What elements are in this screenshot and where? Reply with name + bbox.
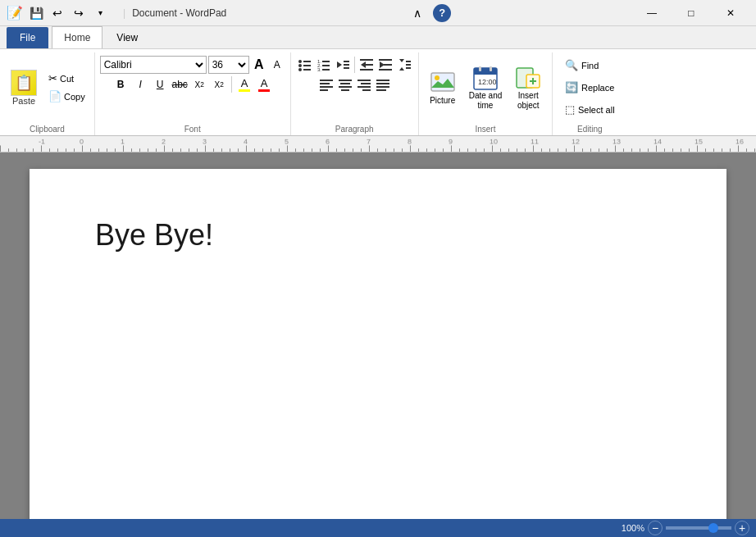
font-family-row: Calibri Arial Times New Roman 36 8101214… (100, 56, 285, 74)
datetime-button[interactable]: 12:00 Date andtime (463, 61, 508, 115)
svg-rect-5 (303, 69, 311, 71)
insert-object-label: Insertobject (517, 91, 540, 111)
align-justify-button[interactable] (374, 75, 392, 93)
redo-button[interactable]: ↪ (69, 3, 89, 23)
window-controls: — □ ✕ (633, 0, 749, 26)
picture-button[interactable]: Picture (424, 66, 462, 109)
title-bar: 📝 💾 ↩ ↪ ▾ | Document - WordPad ∧ ? — □ ✕ (0, 0, 756, 26)
underline-button[interactable]: U (151, 75, 169, 93)
para-separator1 (354, 57, 355, 73)
picture-icon (430, 70, 456, 96)
replace-button[interactable]: 🔄 Replace (559, 78, 621, 97)
svg-rect-33 (339, 80, 352, 81)
font-size-select[interactable]: 36 81012141618244872 (208, 56, 249, 74)
status-bar: 100% − + (0, 519, 756, 537)
font-shrink-button[interactable]: A (269, 57, 285, 73)
minimize-button[interactable]: — (633, 0, 671, 26)
tab-file[interactable]: File (7, 27, 48, 48)
copy-icon: 📄 (48, 90, 61, 102)
help-button[interactable]: ? (433, 4, 451, 22)
font-color-button[interactable]: A (255, 75, 273, 93)
svg-rect-21 (379, 59, 392, 61)
font-separator (231, 76, 232, 93)
svg-rect-17 (360, 59, 373, 61)
document-page[interactable]: Bye Bye! (30, 169, 726, 519)
cut-icon: ✂ (48, 72, 57, 84)
line-spacing-button[interactable] (395, 56, 413, 74)
tab-home[interactable]: Home (52, 26, 102, 48)
ribbon-group-insert: Picture 12:00 Date andtime (419, 52, 553, 135)
insert-object-button[interactable]: Insertobject (509, 61, 547, 115)
collapse-ribbon-button[interactable]: ∧ (408, 4, 426, 22)
font-group-label: Font (95, 125, 290, 134)
list-indent-button[interactable] (334, 56, 352, 74)
find-button[interactable]: 🔍 Find (559, 56, 621, 75)
svg-marker-12 (337, 61, 342, 68)
font-grow-button[interactable]: A (251, 57, 267, 73)
svg-rect-28 (406, 67, 411, 69)
svg-rect-26 (406, 61, 411, 62)
highlight-color-button[interactable]: A (235, 75, 253, 93)
svg-rect-9 (322, 65, 330, 66)
svg-rect-44 (376, 89, 386, 91)
svg-rect-19 (360, 69, 373, 71)
undo-button[interactable]: ↩ (48, 3, 67, 23)
save-button[interactable]: 💾 (26, 3, 46, 23)
svg-rect-14 (344, 64, 349, 66)
svg-rect-36 (341, 89, 349, 91)
indent-less-button[interactable] (358, 56, 376, 74)
copy-button[interactable]: 📄 Copy (44, 88, 89, 105)
svg-point-0 (298, 60, 302, 63)
cut-button[interactable]: ✂ Cut (44, 70, 89, 87)
tab-view[interactable]: View (104, 26, 150, 48)
indent-more-button[interactable] (376, 56, 394, 74)
ribbon-group-clipboard: 📋 Paste ✂ Cut 📄 Copy Clipboard (0, 52, 95, 135)
subscript-button[interactable]: X2 (190, 75, 208, 93)
datetime-label: Date andtime (469, 91, 503, 111)
align-left-button[interactable] (317, 75, 335, 93)
app-icon: 📝 (7, 5, 23, 20)
svg-rect-41 (376, 80, 389, 81)
zoom-thumb[interactable] (708, 523, 718, 533)
highlight-color-bar (239, 89, 250, 92)
ruler (0, 136, 756, 152)
paste-icon: 📋 (11, 70, 37, 96)
numbering-button[interactable]: 1.2.3. (315, 56, 333, 74)
svg-rect-3 (303, 65, 311, 66)
ribbon-group-editing: 🔍 Find 🔄 Replace ⬚ Select all Editing (553, 52, 626, 135)
svg-rect-15 (344, 67, 349, 69)
align-right-button[interactable] (355, 75, 373, 93)
ruler-canvas (0, 136, 756, 152)
insert-object-icon (515, 65, 541, 91)
zoom-in-button[interactable]: + (735, 521, 749, 535)
clipboard-sub: ✂ Cut 📄 Copy (44, 70, 89, 105)
zoom-slider[interactable] (666, 526, 731, 530)
font-format-row: B I U abc X2 X2 A A (112, 75, 273, 93)
strikethrough-button[interactable]: abc (171, 75, 189, 93)
align-center-button[interactable] (336, 75, 354, 93)
font-family-select[interactable]: Calibri Arial Times New Roman (100, 56, 207, 74)
svg-rect-43 (376, 86, 389, 88)
bullets-button[interactable] (296, 56, 314, 74)
svg-point-4 (298, 68, 302, 71)
align-row (317, 75, 392, 93)
close-button[interactable]: ✕ (712, 0, 749, 26)
document-content[interactable]: Bye Bye! (95, 218, 661, 253)
bold-button[interactable]: B (112, 75, 130, 93)
svg-rect-31 (320, 86, 333, 88)
select-all-button[interactable]: ⬚ Select all (559, 100, 621, 119)
svg-text:12:00: 12:00 (478, 78, 497, 86)
superscript-button[interactable]: X2 (210, 75, 228, 93)
replace-icon: 🔄 (565, 81, 578, 93)
svg-rect-45 (431, 73, 454, 91)
highlight-icon: A (241, 77, 248, 89)
quick-access-dropdown[interactable]: ▾ (90, 3, 110, 23)
maximize-button[interactable]: □ (672, 0, 710, 26)
svg-rect-7 (322, 61, 330, 62)
document-area[interactable]: Bye Bye! (0, 152, 756, 519)
zoom-out-button[interactable]: − (648, 521, 663, 535)
paste-button[interactable]: 📋 Paste (5, 66, 43, 110)
zoom-controls: 100% − + (622, 521, 749, 535)
editing-group-label: Editing (553, 125, 626, 134)
italic-button[interactable]: I (131, 75, 149, 93)
